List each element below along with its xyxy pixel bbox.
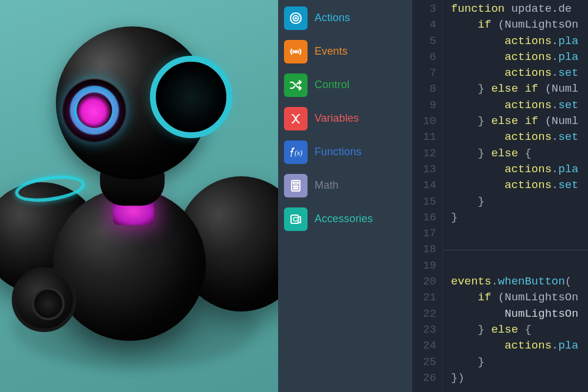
code-line[interactable]: actions.set <box>451 177 588 193</box>
line-number: 6 <box>412 49 436 65</box>
code-line[interactable]: actions.set <box>451 65 588 81</box>
svg-point-11 <box>293 188 295 189</box>
line-number: 16 <box>412 210 436 226</box>
line-number: 12 <box>412 146 436 162</box>
code-line[interactable]: if (NumLightsOn <box>451 17 588 33</box>
code-line[interactable] <box>451 226 588 242</box>
category-label: Events <box>315 45 348 58</box>
category-label: Actions <box>315 12 350 24</box>
section-divider <box>443 250 588 250</box>
code-line[interactable]: actions.pla <box>451 49 588 65</box>
line-number: 21 <box>412 290 436 306</box>
category-sidebar: ActionsEventsControlVariablesf(x)Functio… <box>278 0 412 392</box>
category-events[interactable]: Events <box>278 35 412 68</box>
fx-icon: f(x) <box>284 140 308 164</box>
svg-text:(x): (x) <box>295 149 302 157</box>
robot-illustration <box>0 0 278 392</box>
x-variable-icon <box>284 107 308 130</box>
svg-text:C: C <box>293 216 298 223</box>
line-number: 15 <box>412 194 436 210</box>
line-number: 23 <box>412 322 436 338</box>
code-line[interactable]: actions.set <box>451 129 588 145</box>
code-line[interactable]: } <box>451 354 588 370</box>
line-number: 9 <box>412 98 436 113</box>
svg-point-8 <box>293 186 295 187</box>
category-accessories[interactable]: CAccessories <box>278 202 412 236</box>
code-area[interactable]: function update.de if (NumLightsOn actio… <box>443 0 588 392</box>
robot-photo <box>0 0 278 392</box>
line-number: 26 <box>412 370 436 386</box>
svg-point-9 <box>295 186 296 187</box>
line-number: 24 <box>412 338 436 354</box>
calculator-icon <box>284 174 308 197</box>
code-line[interactable]: actions.pla <box>451 338 588 354</box>
svg-point-12 <box>295 188 296 189</box>
category-math[interactable]: Math <box>278 169 412 202</box>
code-line[interactable]: } <box>451 210 588 226</box>
code-line[interactable]: events.whenButton( <box>451 274 588 290</box>
svg-rect-7 <box>293 182 298 184</box>
code-line[interactable]: function update.de <box>451 1 588 17</box>
svg-point-2 <box>295 18 296 19</box>
code-line[interactable]: } else if (Numl <box>451 81 588 97</box>
code-line[interactable]: } else if (Numl <box>451 113 588 129</box>
code-line[interactable]: } else { <box>451 146 588 162</box>
code-line[interactable] <box>451 258 588 274</box>
category-control[interactable]: Control <box>278 68 412 102</box>
code-line[interactable]: actions.pla <box>451 33 588 49</box>
line-number: 25 <box>412 354 436 370</box>
line-number: 19 <box>412 258 436 274</box>
category-label: Control <box>315 79 349 91</box>
line-number: 4 <box>412 17 436 33</box>
line-number: 3 <box>412 1 436 17</box>
code-line[interactable]: }) <box>451 370 588 386</box>
code-line[interactable]: actions.pla <box>451 162 588 177</box>
accessories-icon: C <box>284 207 308 231</box>
category-variables[interactable]: Variables <box>278 102 412 135</box>
code-line[interactable]: NumLightsOn <box>451 306 588 322</box>
category-label: Math <box>315 179 339 192</box>
line-number: 5 <box>412 33 436 49</box>
category-functions[interactable]: f(x)Functions <box>278 135 412 169</box>
code-editor[interactable]: 3456789101112131415161718192021222324252… <box>412 0 588 392</box>
line-gutter: 3456789101112131415161718192021222324252… <box>412 0 443 392</box>
line-number: 22 <box>412 306 436 322</box>
line-number: 13 <box>412 162 436 177</box>
line-number: 14 <box>412 177 436 193</box>
code-line[interactable]: actions.set <box>451 98 588 113</box>
line-number: 11 <box>412 129 436 145</box>
category-label: Accessories <box>315 213 373 225</box>
line-number: 17 <box>412 226 436 242</box>
code-line[interactable]: } <box>451 194 588 210</box>
svg-text:f: f <box>290 148 294 157</box>
shuffle-icon <box>284 73 308 97</box>
line-number: 8 <box>412 81 436 97</box>
code-line[interactable]: if (NumLightsOn <box>451 290 588 306</box>
category-label: Functions <box>315 146 362 158</box>
svg-point-10 <box>297 186 298 187</box>
broadcast-icon <box>284 40 308 63</box>
code-line[interactable]: } else { <box>451 322 588 338</box>
category-actions[interactable]: Actions <box>278 1 412 35</box>
svg-point-13 <box>297 188 298 189</box>
line-number: 10 <box>412 113 436 129</box>
line-number: 18 <box>412 242 436 257</box>
category-label: Variables <box>315 112 359 125</box>
target-icon <box>284 6 308 30</box>
line-number: 7 <box>412 65 436 81</box>
svg-point-3 <box>295 51 296 52</box>
line-number: 20 <box>412 274 436 290</box>
